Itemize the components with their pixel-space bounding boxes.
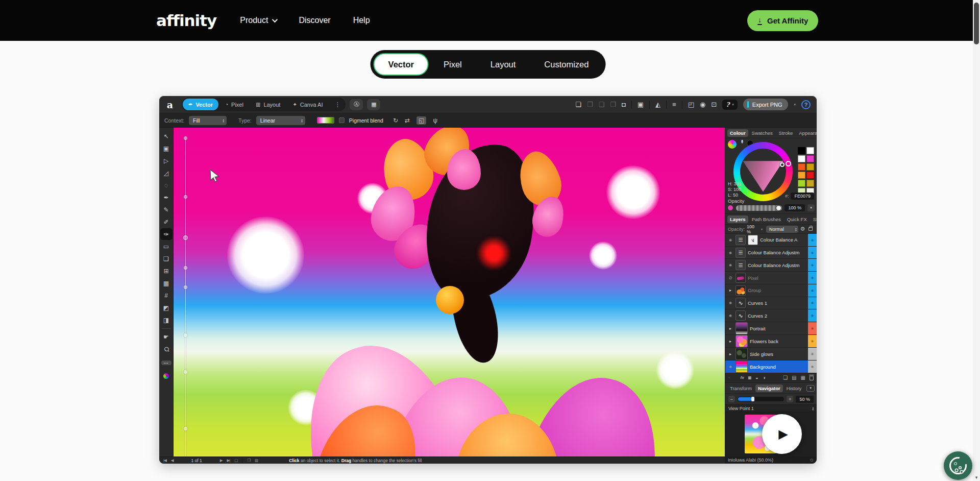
gradient-stop-handle[interactable] bbox=[184, 136, 187, 140]
star-icon[interactable] bbox=[810, 458, 814, 463]
new-group-icon[interactable]: ▤ bbox=[792, 375, 796, 380]
colour-swatch[interactable] bbox=[806, 180, 814, 187]
export-options-chevron[interactable]: ▾ bbox=[794, 103, 796, 107]
video-play-button[interactable] bbox=[762, 414, 802, 454]
duplicate-layer-icon[interactable]: ❏ bbox=[783, 375, 788, 380]
view-point-row[interactable]: View Point 1 ▴▾ bbox=[725, 404, 817, 412]
panel-tab[interactable]: Stroke bbox=[776, 129, 795, 137]
flip-icon[interactable]: ◭ bbox=[655, 101, 660, 108]
stop-icon[interactable]: ▢ bbox=[234, 458, 237, 463]
corner-tool[interactable]: ◿ bbox=[160, 167, 173, 179]
transparency-tool[interactable]: ◨ bbox=[160, 314, 173, 326]
panel-tab[interactable]: Transform bbox=[727, 384, 754, 392]
gradient-stop-handle[interactable] bbox=[184, 427, 187, 430]
gradient-stop-handle[interactable] bbox=[184, 266, 187, 270]
hex-input[interactable]: FE0079 bbox=[791, 193, 814, 200]
zoom-out-button[interactable]: − bbox=[728, 396, 735, 402]
vector-brush-tool[interactable]: ✐ bbox=[160, 216, 173, 228]
layer-row[interactable]: Pixel bbox=[725, 272, 817, 284]
zoom-slider[interactable] bbox=[738, 397, 784, 401]
point-transform-tool[interactable]: ◌ bbox=[160, 179, 173, 191]
layer-row[interactable]: Curves 2 bbox=[725, 309, 817, 322]
layer-colour-tag[interactable] bbox=[808, 247, 817, 259]
transform-mode-icon[interactable]: ◰ bbox=[688, 101, 694, 108]
panel-tab[interactable]: Quick FX bbox=[785, 215, 810, 223]
opacity-value[interactable]: 100 % bbox=[785, 204, 805, 211]
more-tools-button[interactable]: ••• bbox=[161, 360, 172, 365]
colour-wheel[interactable] bbox=[733, 142, 793, 201]
panel-menu-chevron[interactable] bbox=[806, 385, 815, 392]
get-affinity-button[interactable]: ↓ Get Affinity bbox=[747, 10, 818, 31]
nav-link[interactable]: Product bbox=[240, 16, 276, 25]
layer-row[interactable]: Background bbox=[725, 360, 817, 373]
boolean-subtract-icon[interactable]: ❐ bbox=[587, 101, 593, 108]
layer-colour-tag[interactable] bbox=[808, 234, 817, 246]
paint-brush-tool[interactable]: ✑ bbox=[160, 228, 173, 240]
boolean-add-icon[interactable]: ❏ bbox=[575, 101, 581, 108]
fill-stroke-color-indicator[interactable] bbox=[163, 373, 169, 379]
language-button[interactable]: Ⓐ bbox=[350, 99, 363, 110]
layer-visibility-toggle[interactable] bbox=[727, 365, 733, 369]
mic-icon[interactable]: ψ bbox=[433, 117, 437, 124]
gradient-stop-handle[interactable] bbox=[184, 333, 187, 337]
panel-tab[interactable]: History bbox=[784, 384, 804, 392]
affinity-logo[interactable]: affinity bbox=[156, 11, 216, 30]
layer-colour-tag[interactable] bbox=[808, 309, 817, 322]
layer-expand-arrow[interactable] bbox=[727, 339, 733, 344]
affinity-app-logo[interactable]: a bbox=[163, 99, 177, 111]
layer-colour-tag[interactable] bbox=[808, 259, 817, 271]
opacity-slider[interactable] bbox=[736, 205, 782, 211]
layer-visibility-toggle[interactable] bbox=[727, 314, 733, 318]
help-button[interactable]: ? bbox=[801, 100, 811, 109]
layer-visibility-toggle[interactable] bbox=[727, 238, 733, 242]
node-tool[interactable]: ▷ bbox=[160, 155, 173, 166]
prev-page-icon[interactable]: ◀ bbox=[171, 458, 174, 463]
pen-tool[interactable]: ✒ bbox=[160, 191, 173, 203]
opacity-knob[interactable] bbox=[776, 205, 781, 211]
layer-colour-tag[interactable] bbox=[808, 360, 817, 373]
more-personas-icon[interactable]: ⋮ bbox=[334, 101, 340, 108]
layer-row[interactable]: Colour Balance Adjustm bbox=[725, 247, 817, 259]
persona-tab-vector[interactable]: ✒ Vector bbox=[183, 99, 218, 110]
view-tab[interactable]: Customized bbox=[530, 53, 602, 76]
pattern-layer-icon[interactable]: ▦ bbox=[801, 375, 805, 380]
context-select[interactable]: Fill ▴▾ bbox=[189, 116, 227, 125]
boolean-divide-icon[interactable]: ❒ bbox=[610, 101, 616, 108]
align-icon[interactable]: ≡ bbox=[672, 101, 676, 108]
page-scrollbar[interactable] bbox=[973, 0, 980, 481]
pigment-blend-checkbox[interactable] bbox=[339, 117, 345, 123]
layer-visibility-toggle[interactable] bbox=[727, 251, 733, 255]
layer-colour-tag[interactable] bbox=[808, 348, 817, 360]
fill-tool[interactable]: ◩ bbox=[160, 302, 173, 314]
panel-tab[interactable]: Colour bbox=[727, 129, 748, 137]
layer-row[interactable]: Colour Balance Adjustm bbox=[725, 259, 817, 272]
current-colour-dot[interactable] bbox=[727, 205, 733, 211]
colour-swatch[interactable] bbox=[798, 163, 805, 171]
gradient-type-select[interactable]: Linear ▴▾ bbox=[256, 116, 305, 125]
layer-expand-arrow[interactable] bbox=[727, 352, 733, 356]
panel-tab[interactable]: Appearance bbox=[796, 129, 817, 137]
gradient-stop-handle[interactable] bbox=[184, 285, 187, 289]
assistant-button[interactable]: ? ▾ bbox=[722, 100, 738, 110]
next-page-icon[interactable]: ▶ bbox=[220, 458, 223, 463]
node-transform-icon[interactable]: ◉ bbox=[700, 101, 705, 108]
layer-visibility-toggle[interactable] bbox=[727, 275, 733, 280]
place-image-tool[interactable]: ▦ bbox=[160, 277, 173, 289]
mask-layer-icon[interactable]: ◙ bbox=[748, 375, 751, 380]
layer-visibility-toggle[interactable] bbox=[727, 263, 733, 267]
zoom-tool[interactable]: Ϙ bbox=[159, 341, 175, 357]
pages-icon[interactable]: ❐ bbox=[247, 458, 250, 463]
hue-handle[interactable] bbox=[786, 161, 791, 166]
persona-tab-pixel[interactable]: ◔ Pixel bbox=[219, 99, 249, 110]
zoom-slider-knob[interactable] bbox=[751, 397, 754, 401]
panel-tab[interactable]: Navigator bbox=[755, 384, 783, 392]
last-page-icon[interactable]: ▶| bbox=[227, 458, 230, 463]
spreads-icon[interactable]: ▥ bbox=[255, 458, 258, 463]
layer-colour-tag[interactable] bbox=[808, 335, 817, 347]
scale-mode-icon[interactable]: ⊡ bbox=[711, 101, 717, 108]
layer-row[interactable]: Flowers back bbox=[725, 335, 817, 348]
persona-tab-canva-ai[interactable]: ✦ Canva AI bbox=[287, 99, 328, 110]
layer-opacity-value[interactable]: 100 % bbox=[747, 224, 759, 234]
reverse-gradient-icon[interactable]: ⇄ bbox=[405, 117, 410, 124]
colour-mode-icon[interactable] bbox=[728, 140, 737, 149]
